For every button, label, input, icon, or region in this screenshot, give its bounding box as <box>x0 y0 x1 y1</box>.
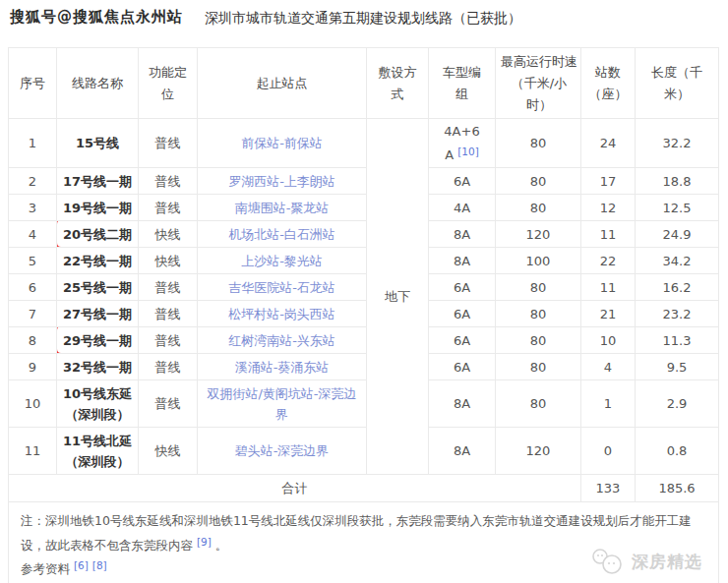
table-row: 932号线一期普线溪涌站-葵涌东站6A8049.5 <box>9 354 719 380</box>
shenfang-watermark: 深房精选 <box>588 547 702 577</box>
header-station-count: 站数（座） <box>581 48 636 119</box>
table-row: 829号线一期普线红树湾南站-兴东站6A801011.3 <box>9 327 719 354</box>
station-count-cell: 21 <box>581 301 636 327</box>
page-title: 深圳市城市轨道交通第五期建设规划线路（已获批） <box>8 10 718 28</box>
formation-cell: 6A <box>429 301 496 327</box>
references-label: 参考资料 <box>21 561 70 576</box>
formation-cell: 6A <box>429 354 496 380</box>
length-cell: 2.9 <box>636 380 719 428</box>
station-link[interactable]: 松坪村站-岗头西站 <box>228 304 335 324</box>
station-count-cell: 22 <box>581 248 636 274</box>
line-name-text: 15号线 <box>76 136 119 150</box>
total-length: 185.6 <box>636 475 719 502</box>
table-row: 625号线一期普线吉华医院站-石龙站6A801116.2 <box>9 274 719 301</box>
line-name-cell: 32号线一期 <box>57 354 139 380</box>
stations-cell: 红树湾南站-兴东站 <box>198 327 367 354</box>
header-function: 功能定位 <box>139 48 198 119</box>
length-cell: 16.2 <box>636 274 719 301</box>
row-index-cell: 5 <box>9 248 57 274</box>
line-name-text: 27号线一期 <box>63 307 132 321</box>
max-speed-cell: 80 <box>496 354 581 380</box>
row-index-cell: 9 <box>9 354 57 380</box>
stations-cell: 碧头站-深莞边界 <box>198 428 367 475</box>
table-row: 217号线一期普线罗湖西站-上李朗站6A801718.8 <box>9 168 719 195</box>
length-cell: 12.5 <box>636 195 719 221</box>
max-speed-cell: 80 <box>496 380 581 428</box>
line-name-text: 19号线一期 <box>63 201 132 215</box>
row-index-cell: 2 <box>9 168 57 195</box>
stations-cell: 机场北站-白石洲站 <box>198 221 367 248</box>
max-speed-cell: 100 <box>496 248 581 274</box>
row-index-cell: 6 <box>9 274 57 301</box>
length-cell: 18.8 <box>636 168 719 195</box>
stations-cell: 松坪村站-岗头西站 <box>198 301 367 327</box>
table-row: 115号线普线前保站-前保站地下4A+6A [10]802432.2 <box>9 119 719 168</box>
length-cell: 11.3 <box>636 327 719 354</box>
function-cell: 普线 <box>139 301 198 327</box>
table-row: 522号线一期快线上沙站-黎光站8A1002234.2 <box>9 248 719 274</box>
formation-cell: 6A <box>429 168 496 195</box>
total-station-count: 133 <box>581 475 636 502</box>
line-name-text: 32号线一期 <box>63 360 132 375</box>
header-length: 长度（千米） <box>636 48 719 119</box>
header-max-speed: 最高运行时速（千米/小时） <box>496 48 581 119</box>
row-index-cell: 10 <box>9 380 57 428</box>
station-count-cell: 24 <box>581 119 636 168</box>
station-count-cell: 17 <box>581 168 636 195</box>
length-cell: 9.5 <box>636 354 719 380</box>
line-name-text: 22号线一期 <box>63 254 132 268</box>
shenfang-logo-icon <box>588 547 628 576</box>
formation-cell: 6A <box>429 274 496 301</box>
max-speed-cell: 80 <box>496 327 581 354</box>
formation-cell: 8A <box>429 221 496 248</box>
max-speed-cell: 80 <box>496 274 581 301</box>
reference-link-6[interactable]: [6] <box>74 559 89 571</box>
row-index-cell: 8 <box>9 327 57 354</box>
formation-cell: 4A+6A [10] <box>429 119 496 168</box>
function-cell: 普线 <box>139 195 198 221</box>
station-link[interactable]: 吉华医院站-石龙站 <box>228 277 335 298</box>
note-row: 注：深圳地铁10号线东延线和深圳地铁11号线北延线仅深圳段获批，东莞段需要纳入东… <box>9 502 719 583</box>
reference-link-8[interactable]: [8] <box>92 559 107 571</box>
length-cell: 23.2 <box>636 301 719 327</box>
station-link[interactable]: 南塘围站-聚龙站 <box>235 198 330 218</box>
formation-cell: 8A <box>429 428 496 475</box>
max-speed-cell: 80 <box>496 301 581 327</box>
function-cell: 普线 <box>139 327 198 354</box>
line-name-cell: 17号线一期 <box>57 168 139 195</box>
header-row: 序号 线路名称 功能定位 起止站点 敷设方式 车型编组 最高运行时速（千米/小时… <box>9 48 719 119</box>
line-name-cell: 10号线东延（深圳段） <box>57 380 139 428</box>
total-row: 合计 133 185.6 <box>9 475 719 502</box>
station-link[interactable]: 碧头站-深莞边界 <box>235 440 330 461</box>
function-cell: 普线 <box>139 168 198 195</box>
header-formation: 车型编组 <box>429 48 496 119</box>
function-cell: 普线 <box>139 274 198 301</box>
laying-method-cell: 地下 <box>367 119 429 475</box>
line-name-text: （深圳段） <box>66 407 130 422</box>
function-cell: 快线 <box>139 248 198 274</box>
row-index-cell: 11 <box>9 428 57 475</box>
stations-cell: 上沙站-黎光站 <box>198 248 367 274</box>
max-speed-cell: 80 <box>496 195 581 221</box>
table-row: 420号线二期快线机场北站-白石洲站8A1201124.9 <box>9 221 719 248</box>
station-link[interactable]: 溪涌站-葵涌东站 <box>235 357 330 378</box>
station-link[interactable]: 前保站-前保站 <box>241 133 323 153</box>
station-count-cell: 10 <box>581 327 636 354</box>
line-name-cell: 15号线 <box>57 119 139 168</box>
reference-link-10[interactable]: [10] <box>457 146 479 157</box>
row-index-cell: 7 <box>9 301 57 327</box>
station-link[interactable]: 双拥街站/黄阁坑站-深莞边界 <box>202 383 362 425</box>
station-link[interactable]: 机场北站-白石洲站 <box>228 224 335 245</box>
formation-cell: 8A <box>429 248 496 274</box>
stations-cell: 双拥街站/黄阁坑站-深莞边界 <box>198 380 367 428</box>
line-name-cell: 25号线一期 <box>57 274 139 301</box>
station-link[interactable]: 罗湖西站-上李朗站 <box>228 171 335 192</box>
station-link[interactable]: 红树湾南站-兴东站 <box>228 330 335 351</box>
formation-cell: 4A <box>429 195 496 221</box>
total-label: 合计 <box>9 475 581 502</box>
shenfang-watermark-text: 深房精选 <box>632 547 702 577</box>
station-count-cell: 1 <box>581 380 636 428</box>
header-stations: 起止站点 <box>198 48 367 119</box>
station-link[interactable]: 上沙站-黎光站 <box>241 251 323 271</box>
reference-link-9[interactable]: [9] <box>197 536 212 548</box>
